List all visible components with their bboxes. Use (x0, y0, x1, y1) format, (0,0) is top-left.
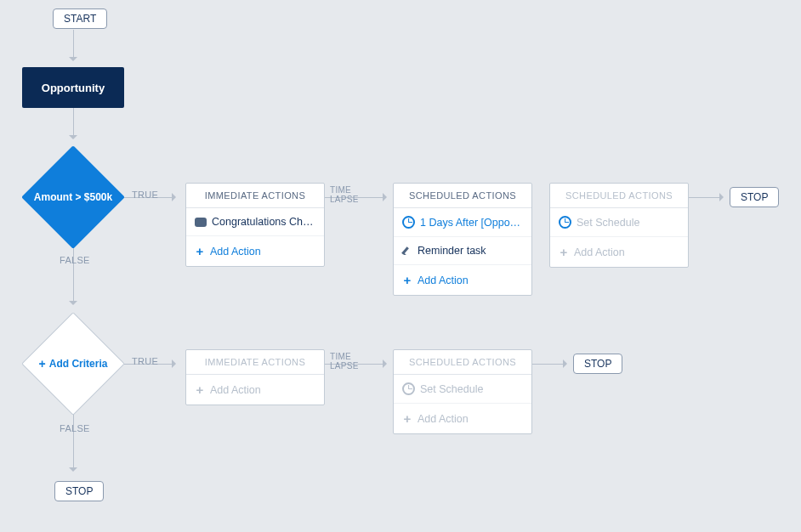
arrow-right-icon (172, 193, 180, 201)
add-action-button[interactable]: + Add Action (186, 375, 324, 405)
arrow-right-icon (719, 193, 728, 201)
edge-label-true: TRUE (132, 356, 158, 366)
card-header: IMMEDIATE ACTIONS (186, 184, 324, 208)
set-schedule-row[interactable]: Set Schedule (550, 208, 688, 237)
add-action-button[interactable]: + Add Action (394, 265, 531, 295)
edge-label-timelapse: TIMELAPSE (330, 185, 359, 204)
add-action-button[interactable]: + Add Action (550, 237, 688, 267)
connector-line (689, 197, 719, 198)
connector-line (73, 108, 74, 135)
plus-icon: + (402, 411, 412, 426)
scheduled-actions-card-3: SCHEDULED ACTIONS Set Schedule + Add Act… (393, 349, 532, 434)
schedule-row[interactable]: 1 Days After [Oppo… (394, 208, 531, 237)
stop-button-final[interactable]: STOP (54, 481, 104, 501)
stop-button-row2[interactable]: STOP (573, 354, 622, 374)
card-header: SCHEDULED ACTIONS (394, 350, 531, 375)
arrow-right-icon (563, 359, 571, 368)
add-action-button[interactable]: + Add Action (186, 236, 324, 266)
arrow-right-icon (383, 359, 391, 368)
action-row[interactable]: Congratulations Ch… (186, 208, 324, 236)
add-action-button[interactable]: + Add Action (394, 404, 531, 433)
clock-icon (402, 382, 415, 395)
set-schedule-row[interactable]: Set Schedule (394, 375, 531, 404)
edge-label-false: FALSE (60, 255, 90, 265)
arrow-down-icon (69, 467, 77, 476)
arrow-right-icon (383, 193, 391, 201)
connector-line (532, 364, 563, 365)
edge-label-true: TRUE (132, 190, 158, 200)
criteria-2-label: +Add Criteria (22, 313, 124, 415)
clock-icon (559, 216, 571, 229)
card-header: SCHEDULED ACTIONS (394, 184, 531, 208)
edge-label-false: FALSE (60, 423, 90, 433)
arrow-right-icon (172, 359, 180, 368)
scheduled-actions-card-1: SCHEDULED ACTIONS 1 Days After [Oppo… Re… (393, 183, 532, 296)
plus-icon: + (402, 273, 412, 287)
plus-icon: + (195, 382, 205, 397)
start-button[interactable]: START (53, 8, 107, 29)
card-header: IMMEDIATE ACTIONS (186, 350, 324, 375)
action-row[interactable]: Reminder task (394, 237, 531, 265)
connector-line (73, 30, 74, 57)
immediate-actions-card-2: IMMEDIATE ACTIONS + Add Action (185, 349, 325, 405)
chat-icon (195, 218, 207, 227)
criteria-1-label: Amount > $500k (22, 146, 124, 248)
clock-icon (402, 216, 415, 229)
plus-icon: + (559, 245, 569, 259)
scheduled-actions-card-2: SCHEDULED ACTIONS Set Schedule + Add Act… (549, 183, 689, 268)
edge-label-timelapse: TIMELAPSE (330, 352, 359, 371)
criteria-node-2[interactable]: +Add Criteria (22, 313, 124, 415)
pencil-icon (402, 246, 412, 256)
stop-button-row1[interactable]: STOP (730, 187, 779, 207)
plus-icon: + (195, 244, 205, 258)
criteria-node-1[interactable]: Amount > $500k (22, 146, 124, 248)
arrow-down-icon (69, 135, 77, 144)
trigger-node[interactable]: Opportunity (22, 67, 124, 108)
arrow-down-icon (69, 57, 77, 65)
arrow-down-icon (69, 301, 77, 309)
immediate-actions-card-1: IMMEDIATE ACTIONS Congratulations Ch… + … (185, 183, 325, 267)
plus-icon: + (39, 357, 46, 371)
trigger-label: Opportunity (42, 82, 105, 94)
card-header: SCHEDULED ACTIONS (550, 184, 688, 208)
